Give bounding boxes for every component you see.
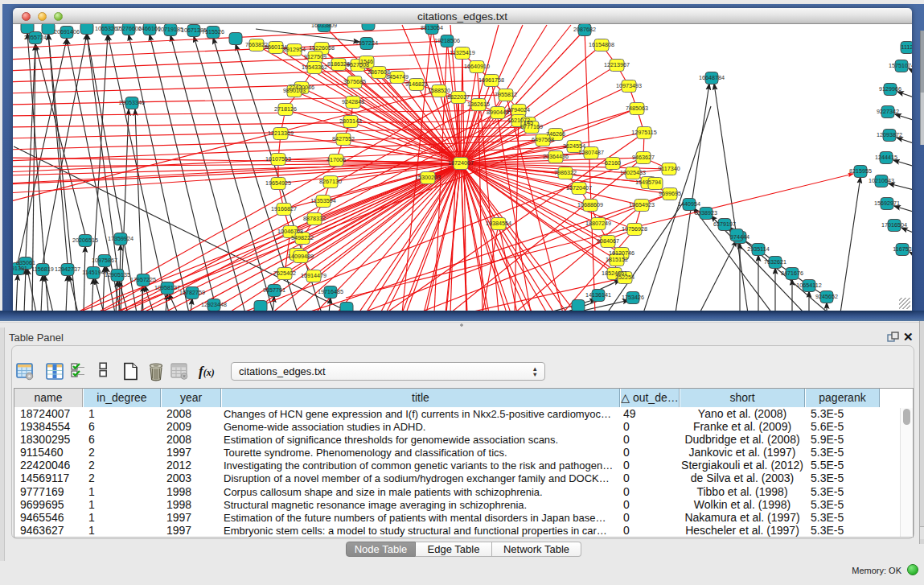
svg-text:10543362: 10543362 [302,64,327,71]
svg-text:1362615: 1362615 [467,101,490,108]
svg-text:20691406: 20691406 [54,28,80,35]
svg-text:252254: 252254 [615,274,634,281]
svg-text:3675685: 3675685 [343,78,366,85]
svg-text:12213967: 12213967 [604,61,630,68]
svg-text:1156819: 1156819 [31,266,53,273]
svg-text:19654923: 19654923 [629,201,655,208]
svg-text:9463627: 9463627 [632,154,655,161]
svg-text:2803144: 2803144 [339,117,362,125]
svg-text:9699695: 9699695 [659,190,681,197]
svg-text:19166827: 19166827 [271,205,297,212]
svg-text:8938923: 8938923 [695,209,717,216]
svg-text:9890103: 9890103 [283,87,306,94]
svg-text:16648784: 16648784 [699,74,725,81]
svg-text:7485063: 7485063 [626,105,648,112]
svg-text:11325419: 11325419 [450,49,474,56]
svg-text:1815152: 1815152 [606,256,628,263]
svg-text:5498222: 5498222 [291,234,314,241]
svg-text:9146821: 9146821 [405,80,428,88]
svg-text:19218506: 19218506 [434,37,460,44]
svg-text:12213369: 12213369 [268,130,294,137]
svg-text:2087682: 2087682 [573,26,596,33]
svg-text:7857224: 7857224 [355,39,378,47]
svg-text:16154808: 16154808 [589,41,614,48]
svg-text:417006: 417006 [326,156,346,163]
svg-text:1112: 1112 [901,43,912,51]
svg-text:62160: 62160 [605,159,621,167]
svg-text:18807249: 18807249 [585,220,611,227]
svg-text:19654925: 19654925 [265,179,291,187]
svg-text:10973493: 10973493 [616,82,642,89]
svg-text:16961758: 16961758 [478,76,504,84]
svg-text:12942737: 12942737 [55,266,80,273]
svg-text:16782759: 16782759 [179,289,205,296]
svg-text:7955812: 7955812 [495,91,517,98]
svg-text:10719185: 10719185 [158,26,183,33]
svg-text:14099489: 14099489 [288,253,314,260]
svg-text:8912954: 8912954 [283,46,306,53]
svg-text:20206515: 20206515 [72,237,98,244]
svg-text:10688609: 10688609 [577,201,603,208]
svg-text:18724007: 18724007 [448,159,474,167]
svg-text:8990448: 8990448 [487,109,509,116]
svg-text:17359924: 17359924 [108,235,133,242]
svg-text:8813054: 8813054 [421,24,443,31]
svg-text:10807487: 10807487 [578,149,604,156]
svg-text:16640910: 16640910 [464,63,490,70]
svg-text:16914479: 16914479 [301,272,326,279]
svg-text:1244415: 1244415 [875,154,897,161]
svg-text:7632621: 7632621 [764,258,786,266]
svg-text:15300203: 15300203 [415,174,441,181]
svg-text:10958137: 10958137 [154,284,180,291]
svg-text:15692971: 15692971 [874,200,900,207]
svg-text:6497568: 6497568 [532,136,554,143]
svg-text:12923448: 12923448 [201,301,227,308]
svg-text:9227342: 9227342 [877,108,899,115]
svg-text:8878332: 8878332 [303,215,326,222]
svg-text:15751074: 15751074 [889,62,912,69]
svg-text:9657791: 9657791 [263,286,285,294]
svg-text:116753: 116753 [893,245,911,253]
svg-text:9777169: 9777169 [520,123,543,130]
svg-text:8471676: 8471676 [781,270,803,277]
svg-text:17957225: 17957225 [130,276,156,283]
svg-text:15720407: 15720407 [566,184,592,192]
svg-text:15495794: 15495794 [635,179,661,186]
svg-text:19384554: 19384554 [486,220,511,227]
svg-text:20364436: 20364436 [543,153,569,160]
svg-text:8215955: 8215955 [849,167,872,175]
svg-text:10654112: 10654112 [796,282,821,289]
svg-text:19716485: 19716485 [318,288,343,295]
svg-text:7986322: 7986322 [554,169,577,176]
svg-text:10210643: 10210643 [869,177,894,184]
svg-text:7515526: 7515526 [202,28,224,35]
svg-text:9242848: 9242848 [342,98,364,105]
svg-text:8427552: 8427552 [332,135,355,142]
svg-text:9127509: 9127509 [304,53,326,60]
svg-text:9117340: 9117340 [658,165,680,172]
svg-text:15226058: 15226058 [309,44,335,51]
svg-text:1546: 1546 [360,58,373,65]
svg-text:16107553: 16107553 [265,155,291,163]
svg-text:9245652: 9245652 [815,293,838,300]
svg-text:29053346: 29053346 [119,99,145,106]
svg-text:2935114: 2935114 [747,245,769,253]
svg-text:9084067: 9084067 [597,237,619,245]
svg-text:19756928: 19756928 [622,225,647,233]
svg-text:1753426: 1753426 [622,294,644,301]
svg-text:7625402: 7625402 [273,270,296,277]
svg-text:6794024: 6794024 [507,106,530,113]
svg-text:16033809: 16033809 [311,24,337,29]
svg-text:8822037: 8822037 [447,93,470,101]
svg-text:9129966: 9129966 [879,85,901,93]
svg-text:974444: 974444 [730,233,749,241]
svg-text:17016504: 17016504 [881,221,907,229]
svg-text:8267130: 8267130 [319,178,342,185]
svg-text:1440954: 1440954 [678,200,700,208]
svg-text:11353594: 11353594 [310,197,335,204]
svg-text:14136141: 14136141 [585,291,611,299]
svg-text:12975115: 12975115 [631,129,656,136]
svg-text:12905135: 12905135 [105,271,130,278]
svg-text:12093872: 12093872 [877,131,902,138]
svg-text:8454749: 8454749 [386,73,409,80]
